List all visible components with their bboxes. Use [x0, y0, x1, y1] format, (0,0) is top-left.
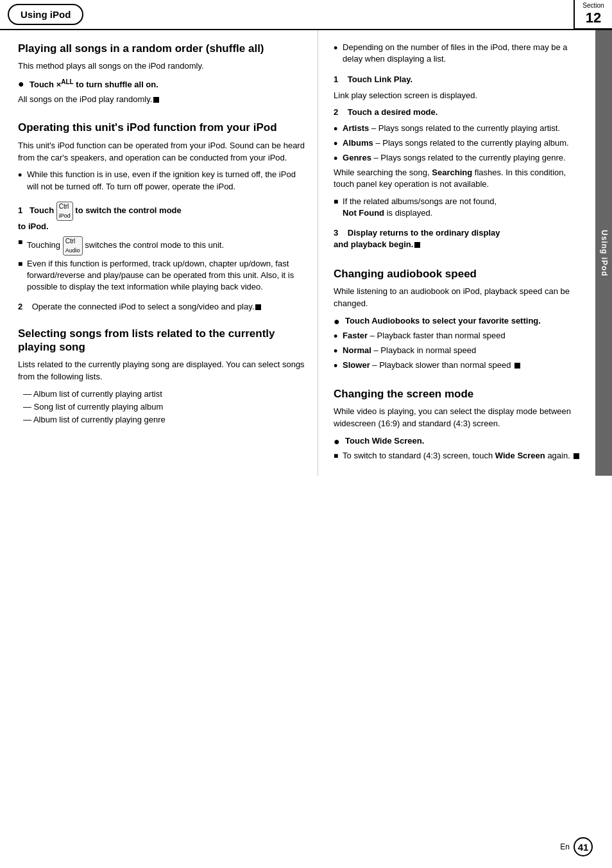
audiobook-step: ● Touch Audiobooks to select your favori… — [334, 315, 584, 327]
section-ipod-function: Operating this unit's iPod function from… — [18, 121, 307, 312]
albums-label: Albums — [343, 138, 373, 148]
not-found-prefix: If the related albums/songs are not foun… — [343, 196, 497, 206]
normal-text: – Playback in normal speed — [374, 345, 477, 355]
main-content: Playing all songs in a random order (shu… — [0, 30, 612, 476]
shuffle-step1-detail: All songs on the iPod play randomly. — [18, 94, 307, 106]
shuffle-step1-bold: Touch ×ALL to turn shuffle all on. — [30, 80, 158, 89]
section-link-heading: Selecting songs from lists related to th… — [18, 327, 307, 354]
screen-mode-step-label: Touch Wide Screen. — [345, 435, 424, 447]
step1-num: 1 Touch — [18, 205, 56, 215]
ipod-step1-detail1: ■ Touching CtrlAudio switches the contro… — [18, 236, 307, 256]
audiobook-faster-dot: • — [334, 331, 343, 342]
not-found-suffix: is displayed. — [387, 208, 433, 218]
footer-page-number: 41 — [574, 837, 593, 856]
section-link-body: Lists related to the currently playing s… — [18, 359, 307, 383]
bullet-circle-icon: ● — [18, 78, 30, 90]
link-step2-label: Touch a desired mode. — [348, 107, 438, 117]
section-ipod-body: This unit's iPod function can be operate… — [18, 140, 307, 164]
link-step3: 3 Display returns to the ordinary displa… — [334, 227, 584, 250]
audiobook-normal-text: Normal – Playback in normal speed — [343, 345, 476, 356]
bullet-albums-dot: • — [334, 138, 343, 150]
link-play-continuation: • Depending on the number of files in th… — [334, 42, 584, 250]
bullet-artists-dot: • — [334, 123, 343, 135]
link-step1-label: Touch Link Play. — [348, 74, 412, 84]
audiobook-slower: • Slower – Playback slower than normal s… — [334, 360, 584, 372]
section-shuffle-body: This method plays all songs on the iPod … — [18, 60, 307, 73]
square-bullet-icon1: ■ — [18, 236, 27, 248]
section-ipod-heading: Operating this unit's iPod function from… — [18, 121, 307, 134]
faster-text: – Playback faster than normal speed — [370, 331, 506, 340]
searching-bold: Searching — [432, 168, 472, 177]
end-square5-icon — [574, 453, 579, 459]
audiobook-faster: • Faster – Playback faster than normal s… — [334, 330, 584, 342]
step2-label: 2 — [18, 302, 30, 311]
link-step3-text: Display returns to the ordinary displaya… — [334, 228, 500, 249]
square-bullet-screen: ■ — [334, 450, 343, 462]
audiobook-faster-text: Faster – Playback faster than normal spe… — [343, 330, 506, 342]
bullet-dot-icon: • — [18, 169, 27, 181]
left-column: Playing all songs in a random order (shu… — [0, 30, 318, 476]
searching-text: While searching the song, Searching flas… — [334, 167, 584, 191]
link-genres-text: Genres – Plays songs related to the curr… — [343, 152, 566, 164]
audiobook-circle-icon: ● — [334, 315, 345, 327]
right-bullet-dot: • — [334, 42, 343, 54]
page-footer: En 41 — [560, 837, 593, 856]
screen-mode-note-text: To switch to standard (4:3) screen, touc… — [343, 450, 579, 462]
link-artists: • Artists – Plays songs related to the c… — [334, 123, 584, 135]
audiobook-heading: Changing audiobook speed — [334, 267, 584, 281]
link-albums-text: Albums – Plays songs related to the curr… — [343, 137, 569, 149]
ctrl-audio-icon: CtrlAudio — [63, 236, 83, 256]
ipod-step1-d2-text: Even if this function is performed, trac… — [27, 258, 307, 293]
side-tab-container: Using iPod — [595, 30, 612, 476]
genres-label: Genres — [343, 153, 371, 162]
footer-lang: En — [560, 842, 570, 853]
not-found-bold: Not Found — [343, 208, 384, 218]
artists-label: Artists — [343, 123, 369, 133]
genres-text: – Plays songs related to the currently p… — [374, 153, 566, 162]
end-square2-icon — [255, 304, 261, 310]
right-column: • Depending on the number of files in th… — [318, 30, 612, 476]
link-genres: • Genres – Plays songs related to the cu… — [334, 152, 584, 164]
dash-item2: — Song list of currently playing album — [18, 401, 307, 413]
section-screen-mode: Changing the screen mode While video is … — [334, 387, 584, 462]
ipod-step1-d1-text: Touching CtrlAudio switches the control … — [27, 236, 224, 256]
section-label: Section — [582, 1, 604, 10]
screen-mode-body: While video is playing, you can select t… — [334, 406, 584, 430]
section-box: Section 12 — [574, 0, 612, 30]
audiobook-slower-text: Slower – Playback slower than normal spe… — [343, 360, 520, 371]
screen-note-prefix: To switch to standard (4:3) screen, touc… — [343, 451, 493, 460]
audiobook-step-label: Touch Audiobooks to select your favorite… — [345, 315, 541, 327]
page-title: Using iPod — [8, 4, 83, 25]
section-link-play: Selecting songs from lists related to th… — [18, 327, 307, 426]
dash-item1: — Album list of currently playing artist — [18, 388, 307, 400]
not-found-text: If the related albums/songs are not foun… — [343, 196, 497, 219]
end-square-icon — [153, 97, 159, 103]
screen-mode-heading: Changing the screen mode — [334, 387, 584, 401]
page-header: Using iPod Section 12 — [0, 0, 612, 30]
albums-text: – Plays songs related to the currently p… — [375, 138, 568, 148]
wide-screen-bold: Wide Screen — [495, 451, 545, 460]
section-audiobook: Changing audiobook speed While listening… — [334, 267, 584, 372]
ipod-bullet1: • While this function is in use, even if… — [18, 169, 307, 192]
shuffle-step1: ● Touch ×ALL to turn shuffle all on. — [18, 78, 307, 91]
step2-text: Operate the connected iPod to select a s… — [32, 302, 262, 311]
square-bullet-icon2: ■ — [18, 258, 27, 270]
link-step1: 1 Touch Link Play. — [334, 74, 584, 85]
link-step2: 2 Touch a desired mode. — [334, 107, 584, 118]
searching-prefix: While searching the song, — [334, 168, 430, 177]
right-col-inner: • Depending on the number of files in th… — [334, 42, 602, 462]
ipod-bullet1-text: While this function is in use, even if t… — [27, 169, 307, 192]
link-artists-text: Artists – Plays songs related to the cur… — [343, 123, 560, 134]
ipod-step1: 1 Touch CtrliPod to switch the control m… — [18, 202, 307, 232]
section-number: 12 — [586, 10, 601, 26]
audiobook-normal: • Normal – Playback in normal speed — [334, 345, 584, 357]
ipod-step2: 2 Operate the connected iPod to select a… — [18, 301, 307, 313]
dash-item3: — Album list of currently playing genre — [18, 414, 307, 426]
link-step1-num: 1 — [334, 74, 345, 84]
right-bullet1: • Depending on the number of files in th… — [334, 42, 584, 65]
ipod-step1-detail2: ■ Even if this function is performed, tr… — [18, 258, 307, 293]
screen-circle-icon: ● — [334, 435, 345, 447]
side-tab-label: Using iPod — [599, 230, 609, 277]
audiobook-body: While listening to an audiobook on iPod,… — [334, 286, 584, 310]
link-albums: • Albums – Plays songs related to the cu… — [334, 137, 584, 150]
